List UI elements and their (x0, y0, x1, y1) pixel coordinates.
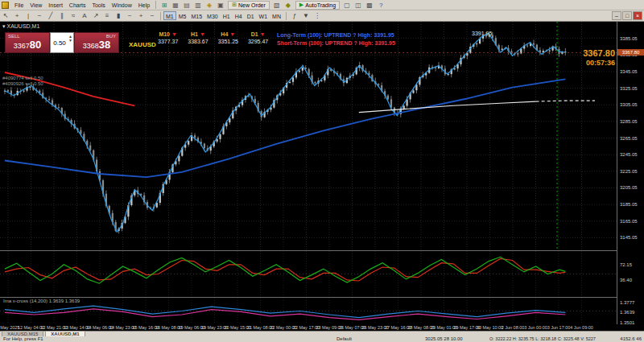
sell-button[interactable]: SELL 336780 (5, 32, 50, 53)
price-axis-label: 3305.05 (620, 102, 638, 107)
chart-tab-xauusd-m15[interactable]: XAUUSD,M15 (2, 331, 43, 336)
mtf-period-label: H1 (191, 31, 198, 37)
mtf-column-d1: D1 ▼3295.47 (248, 31, 268, 44)
mtf-period-label: M10 (159, 31, 170, 37)
autotrading-label: AutoTrading (305, 2, 336, 8)
indicators-icon[interactable]: ƒ (289, 11, 300, 20)
menu-charts[interactable]: Charts (66, 1, 89, 10)
channel-icon[interactable]: ∥ (56, 11, 68, 20)
oscillator-subwindow-svg[interactable] (0, 251, 617, 297)
indicators-toolbar: ƒ▼⋮ (289, 11, 323, 20)
timeframe-m5[interactable]: M5 (176, 11, 189, 20)
chart-tab-xauusd-m1[interactable]: XAUUSD,M1 (45, 331, 85, 336)
menu-file[interactable]: File (11, 1, 27, 10)
status-help-text: For Help, press F1 (3, 336, 43, 342)
cursor-icon[interactable]: ↖ (0, 11, 11, 20)
price-axis-label: 3345.05 (620, 69, 638, 74)
mtf-price-value: 3295.47 (248, 39, 268, 44)
toolbar-separator (155, 1, 156, 9)
close-window-icon[interactable]: × (633, 11, 642, 20)
autotrading-button[interactable]: ▶ AutoTrading (295, 1, 340, 10)
standard-toolbar-3: ▢◫▩? (341, 1, 386, 10)
menu-bar: FileViewInsertChartsToolsWindowHelp ⊞▦▤▥… (0, 0, 644, 10)
menu-help[interactable]: Help (135, 1, 153, 10)
strategy-tester-icon[interactable]: ▧ (271, 1, 283, 10)
mtf-price-value: 3383.67 (188, 39, 208, 44)
autotrading-play-icon: ▶ (299, 2, 303, 8)
status-bar: For Help, press F1 Default 3025.05 28 10… (0, 336, 644, 342)
arrow-object-icon[interactable]: ↗ (90, 11, 101, 20)
price-axis-label: 3245.05 (620, 152, 638, 157)
short-term-trend-label: Short-Term (100): UPTREND ? High: 3391.9… (277, 40, 395, 46)
current-price-display: 3367.80 (583, 49, 615, 58)
mtf-column-h4: H4 ▼3351.25 (218, 31, 238, 44)
lot-size-field: ▲ ▼ (50, 32, 74, 53)
price-axis[interactable]: 3385.053365.053345.053325.053305.053285.… (617, 22, 644, 324)
status-profile[interactable]: Default (336, 336, 352, 342)
fibonacci-icon[interactable]: ≈ (68, 11, 79, 20)
oscillator-axis-label: 72.15 (620, 262, 632, 267)
down-arrow-icon: ▼ (171, 31, 177, 37)
period-separators-icon[interactable]: ⋮ (312, 11, 323, 20)
ima-xcross-indicator-label: Ima x-cross (14,200) 1.3639 1.3639 (3, 299, 80, 303)
multi-timeframe-panel: M10 ▼3377.37H1 ▼3383.67H4 ▼3351.25D1 ▼32… (158, 31, 268, 44)
terminal-icon[interactable]: ▣ (215, 1, 226, 10)
horizontal-line-icon[interactable]: − (34, 11, 45, 20)
app-icon[interactable] (2, 2, 9, 9)
lot-down-icon[interactable]: ▼ (68, 39, 72, 43)
text-label-icon[interactable]: A (79, 11, 90, 20)
buy-button[interactable]: BUY 336838 (74, 32, 119, 53)
ima-xcross-subwindow-svg[interactable] (0, 298, 617, 324)
crosshair-icon[interactable]: + (11, 11, 23, 20)
long-term-trend-label: Long-Term (100): UPTREND ? High: 3391.95 (277, 32, 394, 38)
market-watch-icon[interactable]: ▤ (181, 1, 192, 10)
main-chart-svg[interactable] (0, 22, 617, 250)
indicator-symbol-label: XAUUSD (129, 41, 156, 48)
menu-window[interactable]: Window (109, 1, 135, 10)
new-order-button[interactable]: ⊞ New Order (228, 1, 270, 10)
position-label: #4090926 sell 0.50 (2, 81, 43, 87)
timeframe-m1[interactable]: M1 (163, 11, 176, 20)
help-docs-icon[interactable]: ? (375, 1, 386, 10)
timeframe-mn[interactable]: MN (270, 11, 283, 20)
vertical-line-icon[interactable]: | (23, 11, 34, 20)
timeframe-m30[interactable]: M30 (204, 11, 221, 20)
mtf-price-value: 3377.37 (158, 39, 178, 44)
menu-view[interactable]: View (27, 1, 45, 10)
templates-icon[interactable]: ▼ (300, 11, 312, 20)
candles-chart-icon[interactable]: ▮ (113, 11, 124, 20)
down-arrow-icon: ▼ (260, 31, 266, 37)
data-window-icon[interactable]: ▥ (192, 1, 204, 10)
bars-chart-icon[interactable]: ≡ (101, 11, 113, 20)
zoom-out-icon[interactable]: − (147, 11, 158, 20)
timeframe-h1[interactable]: H1 (221, 11, 233, 20)
timeframe-w1[interactable]: W1 (257, 11, 270, 20)
menu-insert[interactable]: Insert (45, 1, 66, 10)
navigator-icon[interactable]: ◈ (204, 1, 215, 10)
metaeditor-icon[interactable]: ◆ (283, 1, 294, 10)
restore-window-icon[interactable]: □ (622, 11, 632, 20)
chart-window-title[interactable]: ▾ XAUUSD,M1 (2, 23, 39, 30)
mtf-column-h1: H1 ▼3383.67 (188, 31, 208, 44)
standard-toolbar: ⊞▦▤▥◈▣ (159, 1, 226, 10)
chart-symbol-period: XAUUSD,M1 (6, 23, 39, 29)
trendline-icon[interactable]: ╱ (45, 11, 56, 20)
timeframe-d1[interactable]: D1 (245, 11, 257, 20)
fullscreen-icon[interactable]: ▢ (341, 1, 353, 10)
zoom-in-icon[interactable]: + (135, 11, 147, 20)
line-chart-icon[interactable]: ~ (124, 11, 135, 20)
time-axis[interactable]: 9 May 202512 May 04:0012 May 21:0013 May… (0, 324, 644, 331)
timeframe-h4[interactable]: H4 (233, 11, 245, 20)
timeframe-m15[interactable]: M15 (188, 11, 204, 20)
minimize-window-icon[interactable]: – (612, 11, 621, 20)
tile-windows-icon[interactable]: ◫ (353, 1, 364, 10)
new-chart-icon[interactable]: ⊞ (159, 1, 170, 10)
menu-tools[interactable]: Tools (89, 1, 108, 10)
lot-size-input[interactable] (51, 33, 68, 52)
position-label: #4090774 sell 0.50 (2, 76, 43, 81)
toolbar-separator (160, 12, 161, 20)
status-account-info: 4152.6 46 (620, 336, 642, 342)
new-order-icon: ⊞ (232, 2, 237, 8)
cascade-windows-icon[interactable]: ▩ (364, 1, 375, 10)
profiles-icon[interactable]: ▦ (170, 1, 181, 10)
